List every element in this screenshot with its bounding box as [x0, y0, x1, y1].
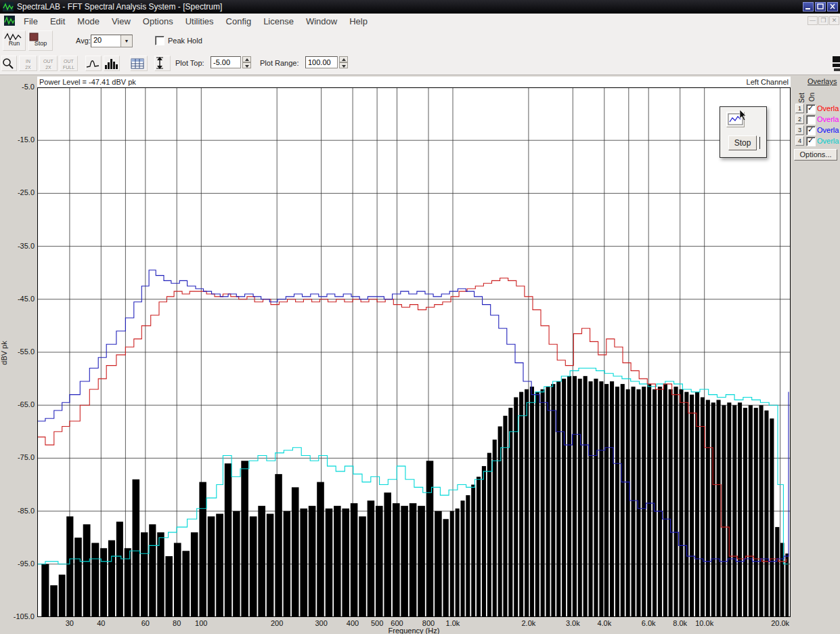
y-tick-label: -95.0	[0, 559, 35, 568]
mdi-close-button[interactable]: ✕	[829, 16, 839, 25]
overlay-3-set-button[interactable]: 3	[795, 125, 804, 135]
run-button-label: Run	[3, 40, 25, 47]
peak-hold-checkbox[interactable]	[155, 36, 164, 45]
x-tick-label: 100	[184, 619, 218, 627]
zoom-out-full-button[interactable]: OUTFULL	[60, 56, 78, 71]
y-tick-label: -35.0	[0, 242, 35, 250]
spectrum-chart[interactable]	[37, 87, 791, 617]
x-tick-label: 300	[305, 619, 338, 627]
avg-combobox[interactable]: 20 ▼	[91, 35, 133, 47]
overlay-3-on-checkbox[interactable]: ✓	[806, 126, 816, 135]
plot-top-input[interactable]	[211, 56, 241, 68]
minimize-button[interactable]	[803, 2, 814, 12]
menu-bar: FileEditModeViewOptionsUtilitiesConfigLi…	[0, 14, 840, 29]
menu-file[interactable]: File	[18, 14, 44, 28]
spectralab-window: SpectraLAB - FFT Spectral Analysis Syste…	[0, 0, 840, 634]
x-tick-label: 40	[84, 619, 118, 627]
stop-button[interactable]: Stop	[28, 30, 53, 51]
spin-up-icon[interactable]	[242, 56, 251, 62]
overlay-4-label: Overla	[817, 137, 840, 145]
maximize-button[interactable]	[815, 2, 826, 12]
menu-license[interactable]: License	[257, 14, 300, 28]
overlay-2-set-button[interactable]: 2	[795, 114, 804, 124]
close-icon	[828, 3, 837, 11]
y-tick-label: -15.0	[0, 135, 35, 144]
y-tick-label: -55.0	[0, 347, 35, 356]
mdi-minimize-button[interactable]: —	[808, 16, 818, 25]
menu-help[interactable]: Help	[343, 14, 374, 28]
histogram-display-button[interactable]	[104, 56, 120, 71]
app-icon	[3, 2, 14, 12]
spin-down-icon[interactable]	[242, 62, 251, 68]
overlays-title: Overlays	[808, 77, 837, 85]
overlay-1-set-button[interactable]: 1	[795, 104, 804, 113]
menu-options[interactable]: Options	[137, 14, 179, 28]
overlays-options-button[interactable]: Options...	[794, 149, 837, 161]
partial-toolbar-icon[interactable]	[831, 54, 840, 72]
x-tick-label: 200	[260, 619, 294, 627]
overlay-1-on-checkbox[interactable]: ✓	[806, 104, 816, 114]
dropdown-arrow-icon[interactable]: ▼	[120, 35, 132, 47]
zoom-in-2x-button[interactable]: IN2X	[19, 56, 37, 71]
power-level-readout: Power Level = -47.41 dBV pk	[39, 78, 136, 86]
y-tick-label: -65.0	[0, 400, 35, 408]
overlay-4-set-button[interactable]: 4	[795, 136, 804, 146]
scale-range-icon	[155, 57, 164, 69]
mouse-cursor	[738, 109, 748, 121]
mdi-restore-button[interactable]: ❐	[818, 16, 828, 25]
overlays-set-label: Set	[798, 93, 805, 103]
data-table-button[interactable]	[130, 56, 148, 71]
plot-top-label: Plot Top:	[175, 59, 204, 67]
histogram-icon	[104, 58, 118, 69]
menu-window[interactable]: Window	[300, 14, 343, 28]
x-tick-label: 30	[53, 619, 87, 627]
plot-range-label: Plot Range:	[260, 59, 299, 67]
x-tick-label: 4.0k	[588, 619, 621, 627]
overlay-1-label: Overla	[817, 104, 840, 112]
y-tick-label: -85.0	[0, 507, 35, 515]
cursor-caret	[759, 137, 760, 149]
maximize-icon	[816, 3, 825, 11]
peak-curve-icon	[86, 58, 100, 69]
menu-mode[interactable]: Mode	[71, 14, 106, 28]
run-button[interactable]: Run	[3, 30, 26, 51]
overlay-4-on-checkbox[interactable]: ✓	[806, 137, 816, 146]
mdi-child-icon[interactable]	[4, 16, 15, 26]
peak-hold-label: Peak Hold	[168, 37, 202, 45]
y-tick-label: -45.0	[0, 295, 35, 303]
zoom-out-2x-button[interactable]: OUT2X	[39, 56, 58, 71]
title-bar[interactable]: SpectraLAB - FFT Spectral Analysis Syste…	[0, 0, 840, 14]
channel-label: Left Channel	[747, 78, 789, 86]
y-tick-label: -5.0	[0, 83, 35, 91]
spin-down-icon[interactable]	[339, 62, 348, 68]
zoom-in-2x-icon: IN2X	[25, 59, 31, 70]
avg-value: 20	[93, 36, 102, 44]
menu-items: FileEditModeViewOptionsUtilitiesConfigLi…	[18, 14, 374, 28]
x-tick-label: 10.0k	[688, 619, 722, 627]
menu-edit[interactable]: Edit	[44, 14, 71, 28]
plot-range-input[interactable]	[305, 56, 338, 68]
x-tick-label: 1.0k	[436, 619, 470, 627]
menu-config[interactable]: Config	[220, 14, 258, 28]
x-tick-label: 3.0k	[556, 619, 590, 627]
plot-range-spinner[interactable]	[339, 56, 348, 68]
floating-stop-toolbar[interactable]: Stop	[720, 106, 767, 158]
floating-stop-button[interactable]: Stop	[728, 135, 757, 150]
peak-curve-button[interactable]	[85, 56, 102, 71]
x-tick-label: 2.0k	[512, 619, 546, 627]
overlay-3-label: Overla	[817, 126, 840, 134]
scale-range-button[interactable]	[154, 56, 171, 71]
plot-top-spinner[interactable]	[242, 56, 251, 68]
zoom-icon	[2, 58, 14, 70]
menu-utilities[interactable]: Utilities	[179, 14, 220, 28]
spectrum-plot[interactable]	[37, 87, 791, 617]
x-axis-title: Frequency (Hz)	[37, 627, 791, 634]
overlay-2-label: Overla	[817, 115, 840, 123]
spin-up-icon[interactable]	[339, 56, 348, 62]
close-button[interactable]	[827, 2, 838, 12]
overlay-2-on-checkbox[interactable]	[806, 115, 816, 125]
x-tick-label: 20.0k	[764, 619, 797, 627]
zoom-button[interactable]	[1, 56, 17, 71]
menu-view[interactable]: View	[106, 14, 137, 28]
data-table-icon	[131, 58, 144, 69]
